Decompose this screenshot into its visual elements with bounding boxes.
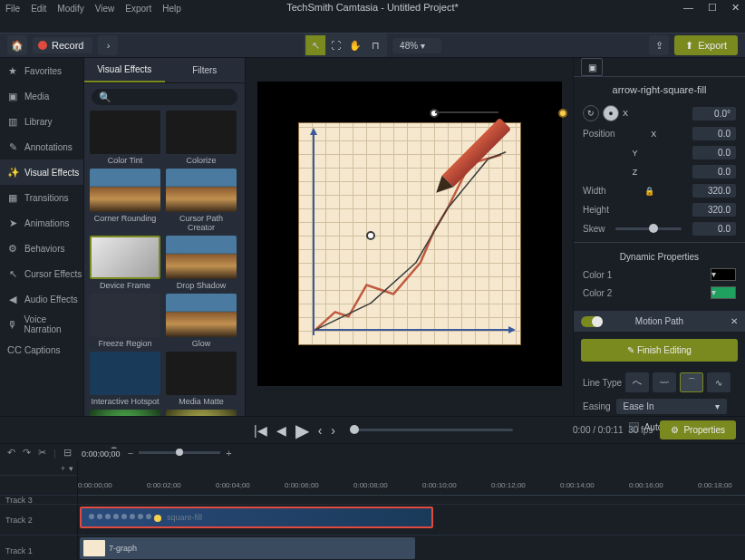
properties-button[interactable]: ⚙Properties xyxy=(660,420,736,439)
effect-media-matte[interactable]: Media Matte xyxy=(166,352,237,406)
effect-colorize[interactable]: Colorize xyxy=(166,111,237,165)
minimize-icon[interactable]: — xyxy=(683,2,693,14)
select-tool[interactable]: ↖ xyxy=(305,35,325,55)
effect-drop-shadow[interactable]: Drop Shadow xyxy=(166,236,237,290)
nav-voice-narration[interactable]: 🎙Voice Narration xyxy=(0,312,83,337)
skew-slider[interactable] xyxy=(615,227,682,230)
canvas-media[interactable] xyxy=(298,122,521,345)
track2-header[interactable]: Track 2 xyxy=(0,505,77,536)
motion-handle-control[interactable] xyxy=(430,109,439,118)
zoom-plus[interactable]: + xyxy=(226,448,231,459)
track1-header[interactable]: Track 1 xyxy=(0,536,77,560)
timeline-zoom-slider[interactable] xyxy=(139,451,220,454)
canvas[interactable] xyxy=(257,82,562,386)
nav-annotations[interactable]: ✎Annotations xyxy=(0,134,83,159)
lock-icon[interactable]: 🔒 xyxy=(644,187,654,196)
clip-7-graph[interactable]: 7-graph xyxy=(80,537,415,559)
effect-color-tint[interactable]: Color Tint xyxy=(90,111,160,165)
rotation-y-icon[interactable]: ● xyxy=(603,105,619,121)
menu-export[interactable]: Export xyxy=(125,4,151,14)
pan-tool[interactable]: ✋ xyxy=(345,35,365,55)
share-button[interactable]: ⇪ xyxy=(649,35,669,55)
line-type-straight[interactable]: へ xyxy=(625,372,649,392)
play-button[interactable]: ▶ xyxy=(295,420,309,441)
prev-frame-button[interactable]: |◀ xyxy=(254,423,267,438)
color2-swatch[interactable]: ▾ xyxy=(711,286,736,299)
effect-motion-blur[interactable]: Motion Blur xyxy=(90,410,160,416)
nav-media[interactable]: ▣Media xyxy=(0,83,83,109)
track3-header[interactable]: Track 3 xyxy=(0,496,77,505)
menu-edit[interactable]: Edit xyxy=(31,4,46,14)
playback-scrubber[interactable] xyxy=(350,429,513,431)
line-type-curve[interactable]: 〰 xyxy=(653,372,676,392)
track-1[interactable]: 7-graph xyxy=(78,536,745,560)
line-type-smooth[interactable]: ∿ xyxy=(707,372,730,392)
easing-select[interactable]: Ease In ▾ xyxy=(616,399,727,414)
height-input[interactable]: 320.0 xyxy=(692,203,736,217)
nav-captions[interactable]: CCCaptions xyxy=(0,337,83,362)
nav-behaviors[interactable]: ⚙Behaviors xyxy=(0,236,83,261)
position-z-input[interactable]: 0.0 xyxy=(692,165,736,179)
effect-cursor-path-creator[interactable]: Cursor Path Creator xyxy=(166,169,237,232)
nav-audio-effects[interactable]: ◀Audio Effects xyxy=(0,286,83,312)
undo-button[interactable]: ↶ xyxy=(7,447,15,459)
menu-help[interactable]: Help xyxy=(162,4,181,14)
cut-button[interactable]: ✂ xyxy=(38,447,46,459)
motion-path-toggle[interactable] xyxy=(581,316,603,327)
zoom-minus[interactable]: − xyxy=(128,448,133,459)
nav-animations[interactable]: ➤Animations xyxy=(0,210,83,236)
motion-handle-end[interactable] xyxy=(558,109,567,118)
nav-library[interactable]: ▥Library xyxy=(0,109,83,134)
clip-motion-effect[interactable]: square-fill xyxy=(80,507,433,528)
next-frame-button[interactable]: › xyxy=(331,423,335,438)
skew-input[interactable]: 0.0 xyxy=(692,222,736,236)
rotation-input[interactable]: 0.0° xyxy=(692,107,736,121)
line-type-bezier[interactable]: ⌒ xyxy=(680,372,703,392)
effect-freeze-region[interactable]: Freeze Region xyxy=(90,294,160,348)
effect-interactive-hotspot[interactable]: Interactive Hotspot xyxy=(90,352,160,406)
color1-swatch[interactable]: ▾ xyxy=(711,268,736,281)
track-2[interactable]: square-fill xyxy=(78,505,745,536)
menu-view[interactable]: View xyxy=(95,4,115,14)
timeline-ruler[interactable]: 0:00:00;000:00:02;000:00:04;000:00:06;00… xyxy=(78,476,745,496)
crop-tool[interactable]: ⛶ xyxy=(325,35,345,55)
track-3[interactable] xyxy=(78,496,745,505)
record-label: Record xyxy=(52,40,83,51)
magnet-tool[interactable]: ⊓ xyxy=(365,35,385,55)
motion-handle-start[interactable] xyxy=(366,231,375,240)
nav-visual-effects[interactable]: ✨Visual Effects xyxy=(0,159,83,185)
add-track-button[interactable]: + xyxy=(61,464,65,473)
media-props-icon[interactable]: ▣ xyxy=(581,58,603,76)
position-y-input[interactable]: 0.0 xyxy=(692,146,736,159)
export-button[interactable]: ⬆ Export xyxy=(674,35,738,55)
menu-modify[interactable]: Modify xyxy=(57,4,83,14)
close-section-icon[interactable]: ✕ xyxy=(730,316,738,326)
effect-thumbnail xyxy=(90,111,160,154)
effect-device-frame[interactable]: Device Frame xyxy=(90,236,160,290)
effect-corner-rounding[interactable]: Corner Rounding xyxy=(90,169,160,232)
effect-glow[interactable]: Glow xyxy=(166,294,237,348)
track-menu-button[interactable]: ▾ xyxy=(69,464,73,473)
tab-filters[interactable]: Filters xyxy=(165,58,246,82)
redo-button[interactable]: ↷ xyxy=(23,447,31,459)
home-button[interactable]: 🏠 xyxy=(7,35,27,55)
nav-favorites[interactable]: ★Favorites xyxy=(0,58,83,83)
nav-transitions[interactable]: ▦Transitions xyxy=(0,185,83,210)
split-button[interactable]: ⊟ xyxy=(63,447,72,459)
record-button[interactable]: Record xyxy=(33,37,92,53)
tab-visual-effects[interactable]: Visual Effects xyxy=(84,58,165,82)
width-input[interactable]: 320.0 xyxy=(692,184,736,198)
menu-file[interactable]: File xyxy=(5,4,20,14)
close-icon[interactable]: ✕ xyxy=(731,2,740,14)
prev-button[interactable]: ◀ xyxy=(276,423,286,438)
nav-cursor-effects[interactable]: ↖Cursor Effects xyxy=(0,261,83,286)
rotation-z-icon[interactable]: ↻ xyxy=(583,105,599,121)
effect-motion-path[interactable]: Motion Path xyxy=(166,410,237,416)
search-input[interactable]: 🔍 xyxy=(92,89,237,105)
finish-editing-button[interactable]: ✎ Finish Editing xyxy=(581,339,738,362)
forward-button[interactable]: › xyxy=(98,35,118,55)
next-button[interactable]: ‹ xyxy=(318,423,323,438)
zoom-select[interactable]: 48% ▾ xyxy=(392,38,441,53)
position-x-input[interactable]: 0.0 xyxy=(692,127,736,140)
maximize-icon[interactable]: ☐ xyxy=(708,2,717,14)
